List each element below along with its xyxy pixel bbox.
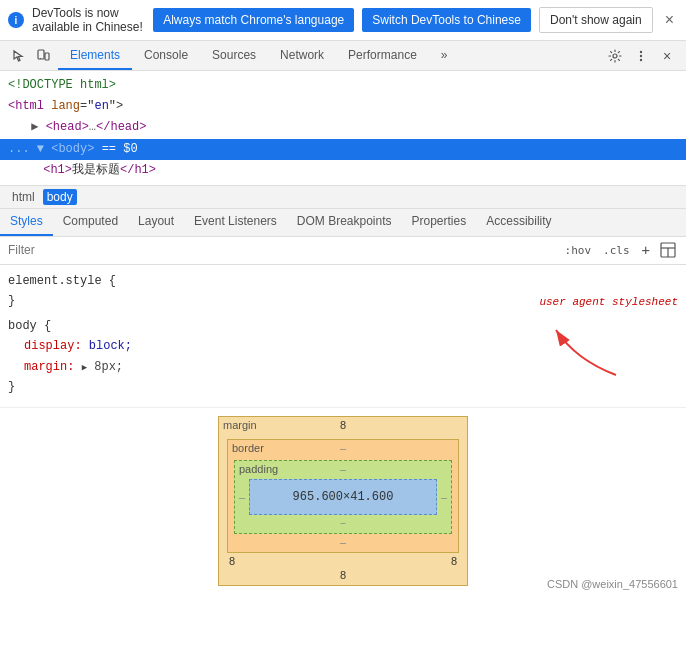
tab-elements[interactable]: Elements	[58, 41, 132, 70]
close-infobar-button[interactable]: ×	[661, 11, 678, 29]
toggle-sidebar-button[interactable]	[658, 240, 678, 260]
tab-sources[interactable]: Sources	[200, 41, 268, 70]
svg-point-4	[640, 50, 642, 52]
tab-accessibility[interactable]: Accessibility	[476, 209, 561, 236]
settings-icon	[608, 49, 622, 63]
dom-line-html[interactable]: <html lang="en">	[0, 96, 686, 117]
breadcrumb-html[interactable]: html	[8, 189, 39, 205]
toolbar-right: ×	[600, 45, 682, 67]
tab-computed[interactable]: Computed	[53, 209, 128, 236]
margin-left-value: 8	[227, 553, 237, 569]
breadcrumb-body[interactable]: body	[43, 189, 77, 205]
padding-left-value: –	[239, 491, 245, 503]
dont-show-button[interactable]: Don't show again	[539, 7, 653, 33]
info-message: DevTools is now available in Chinese!	[32, 6, 145, 34]
padding-bottom-row: –	[239, 517, 447, 529]
tab-console[interactable]: Console	[132, 41, 200, 70]
filter-input[interactable]	[8, 243, 561, 257]
tab-event-listeners[interactable]: Event Listeners	[184, 209, 287, 236]
styles-tabs: Styles Computed Layout Event Listeners D…	[0, 209, 686, 237]
margin-box: margin 8 border – padding – – 965.600×41…	[218, 416, 468, 586]
svg-point-5	[640, 54, 642, 56]
margin-bottom-row: 8	[227, 569, 459, 581]
padding-top-value: –	[340, 463, 346, 475]
add-style-button[interactable]: +	[638, 242, 654, 258]
dom-line-doctype[interactable]: <!DOCTYPE html>	[0, 75, 686, 96]
content-size: 965.600×41.600	[293, 490, 394, 504]
match-language-button[interactable]: Always match Chrome's language	[153, 8, 354, 32]
cursor-icon	[12, 49, 26, 63]
user-agent-label: user agent stylesheet	[539, 293, 678, 312]
watermark: CSDN @weixin_47556601	[547, 578, 678, 590]
close-devtools-button[interactable]: ×	[656, 45, 678, 67]
margin-label: margin	[223, 419, 257, 431]
more-options-button[interactable]	[630, 45, 652, 67]
box-model-container: margin 8 border – padding – – 965.600×41…	[0, 408, 686, 594]
filter-actions: :hov .cls +	[561, 240, 678, 260]
info-icon: i	[8, 12, 24, 28]
svg-point-6	[640, 58, 642, 60]
tab-network[interactable]: Network	[268, 41, 336, 70]
css-panel: element.style { } body { display: block;…	[0, 265, 686, 408]
padding-box: padding – – 965.600×41.600 – –	[234, 460, 452, 534]
svg-point-3	[613, 54, 617, 58]
toggle-layout-icon	[660, 242, 676, 258]
margin-top-value: 8	[340, 419, 346, 431]
toolbar-icons	[4, 45, 58, 67]
cursor-icon-button[interactable]	[8, 45, 30, 67]
devtools-window: i DevTools is now available in Chinese! …	[0, 0, 686, 646]
hov-button[interactable]: :hov	[561, 242, 596, 259]
switch-chinese-button[interactable]: Switch DevTools to Chinese	[362, 8, 531, 32]
arrow-annotation	[546, 320, 626, 387]
padding-right-value: –	[441, 491, 447, 503]
margin-sides: 8 8	[227, 553, 459, 569]
tab-dom-breakpoints[interactable]: DOM Breakpoints	[287, 209, 402, 236]
tab-performance[interactable]: Performance	[336, 41, 429, 70]
main-toolbar: Elements Console Sources Network Perform…	[0, 41, 686, 71]
svg-rect-1	[45, 53, 49, 60]
info-bar: i DevTools is now available in Chinese! …	[0, 0, 686, 41]
border-top-value: –	[340, 442, 346, 454]
border-bottom-row: –	[234, 536, 452, 548]
filter-bar: :hov .cls +	[0, 237, 686, 265]
padding-label: padding	[239, 463, 278, 475]
tab-more[interactable]: »	[429, 41, 460, 70]
svg-rect-0	[38, 50, 44, 59]
margin-right-value: 8	[449, 553, 459, 569]
device-icon	[36, 49, 50, 63]
cls-button[interactable]: .cls	[599, 242, 634, 259]
breadcrumb: html body	[0, 186, 686, 209]
content-box: 965.600×41.600	[249, 479, 437, 515]
tab-properties[interactable]: Properties	[402, 209, 477, 236]
settings-button[interactable]	[604, 45, 626, 67]
more-dots-icon	[634, 49, 648, 63]
device-icon-button[interactable]	[32, 45, 54, 67]
toolbar-tabs: Elements Console Sources Network Perform…	[58, 41, 460, 70]
dom-line-head[interactable]: ▶ <head>…</head>	[0, 117, 686, 138]
dom-line-body[interactable]: ... ▼ <body> == $0	[0, 139, 686, 160]
dom-line-h1[interactable]: <h1>我是标题</h1>	[0, 160, 686, 181]
border-label: border	[232, 442, 264, 454]
dom-tree: <!DOCTYPE html> <html lang="en"> ▶ <head…	[0, 71, 686, 186]
tab-layout[interactable]: Layout	[128, 209, 184, 236]
content-row: – 965.600×41.600 –	[239, 479, 447, 515]
border-box: border – padding – – 965.600×41.600 –	[227, 439, 459, 553]
tab-styles[interactable]: Styles	[0, 209, 53, 236]
